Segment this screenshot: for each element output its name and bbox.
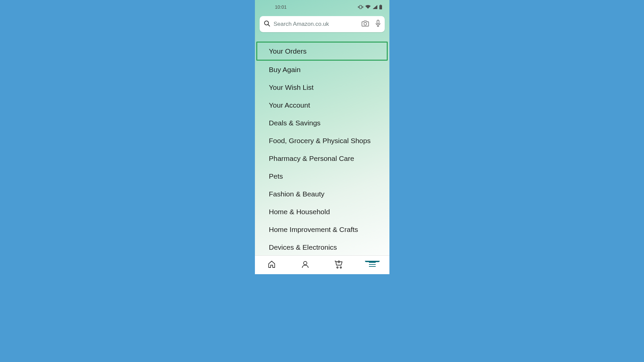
- menu-item-home-improvement[interactable]: Home Improvement & Crafts: [255, 221, 389, 238]
- profile-icon: [302, 261, 309, 269]
- svg-rect-0: [360, 5, 362, 9]
- nav-cart[interactable]: 0: [322, 260, 356, 270]
- signal-icon: [373, 5, 377, 9]
- menu-item-label: Devices & Electronics: [269, 243, 337, 251]
- status-icons: [358, 5, 382, 9]
- nav-profile[interactable]: [288, 261, 322, 269]
- svg-point-9: [364, 22, 367, 25]
- cart-count: 0: [338, 260, 340, 264]
- status-time: 10:01: [275, 4, 287, 10]
- svg-rect-10: [377, 20, 379, 24]
- menu-item-buy-again[interactable]: Buy Again: [255, 61, 389, 78]
- menu-item-label: Pharmacy & Personal Care: [269, 155, 354, 163]
- svg-point-14: [337, 267, 338, 268]
- menu-item-label: Fashion & Beauty: [269, 190, 325, 198]
- menu-item-home-household[interactable]: Home & Household: [255, 203, 389, 221]
- svg-rect-5: [380, 5, 381, 5]
- menu-list: Your Orders Buy Again Your Wish List You…: [255, 42, 389, 256]
- phone-frame: 10:01 Search Amazon.co.uk: [255, 0, 389, 274]
- microphone-icon[interactable]: [375, 20, 381, 28]
- menu-item-pharmacy[interactable]: Pharmacy & Personal Care: [255, 149, 389, 167]
- menu-item-pets[interactable]: Pets: [255, 167, 389, 185]
- menu-item-label: Pets: [269, 172, 283, 180]
- menu-item-label: Your Account: [269, 101, 310, 109]
- menu-item-label: Your Wish List: [269, 83, 314, 92]
- nav-menu[interactable]: [356, 262, 389, 268]
- svg-line-8: [268, 25, 270, 26]
- search-icon: [264, 20, 270, 28]
- menu-item-your-account[interactable]: Your Account: [255, 96, 389, 114]
- hamburger-icon: [369, 262, 376, 268]
- menu-item-label: Deals & Savings: [269, 119, 321, 127]
- nav-active-indicator: [365, 261, 380, 262]
- battery-icon: [379, 5, 382, 9]
- search-actions: [361, 20, 381, 28]
- home-icon: [268, 261, 276, 269]
- menu-item-label: Food, Grocery & Physical Shops: [269, 137, 371, 145]
- wifi-icon: [365, 5, 371, 9]
- menu-item-food-grocery[interactable]: Food, Grocery & Physical Shops: [255, 132, 389, 149]
- menu-item-label: Home Improvement & Crafts: [269, 226, 358, 234]
- camera-icon[interactable]: [361, 20, 369, 28]
- svg-rect-6: [379, 5, 382, 10]
- menu-item-label: Your Orders: [269, 47, 307, 55]
- search-placeholder: Search Amazon.co.uk: [274, 21, 358, 27]
- menu-item-deals[interactable]: Deals & Savings: [255, 114, 389, 132]
- svg-point-13: [304, 261, 307, 265]
- search-container: Search Amazon.co.uk: [255, 14, 389, 32]
- menu-item-label: Buy Again: [269, 66, 301, 74]
- menu-item-wish-list[interactable]: Your Wish List: [255, 78, 389, 96]
- status-bar: 10:01: [255, 0, 389, 14]
- menu-item-fashion[interactable]: Fashion & Beauty: [255, 185, 389, 203]
- vibrate-icon: [358, 5, 363, 9]
- nav-home[interactable]: [255, 261, 288, 269]
- menu-item-your-orders[interactable]: Your Orders: [256, 42, 388, 61]
- search-bar[interactable]: Search Amazon.co.uk: [260, 16, 385, 32]
- menu-item-devices[interactable]: Devices & Electronics: [255, 238, 389, 256]
- svg-point-15: [340, 267, 341, 268]
- menu-item-label: Home & Household: [269, 208, 330, 216]
- bottom-nav: 0: [255, 255, 389, 274]
- svg-point-7: [264, 21, 268, 25]
